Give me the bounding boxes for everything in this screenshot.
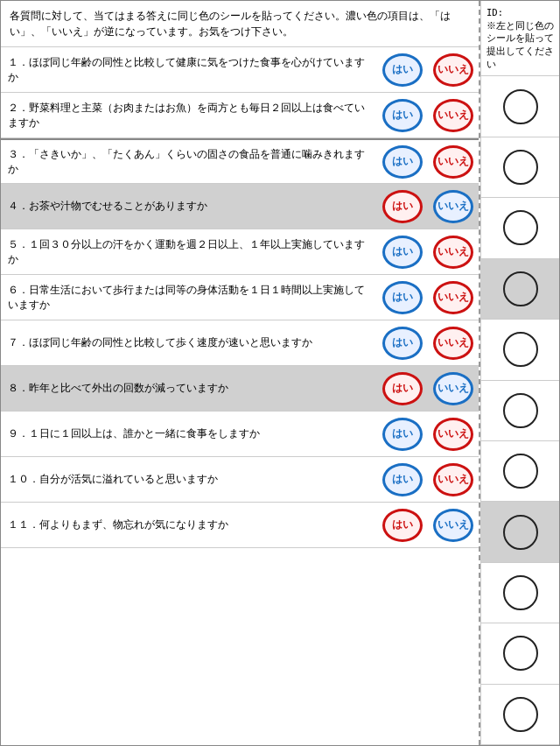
hai-cell: はい xyxy=(377,95,428,136)
question-cell: ４．お茶や汁物でむせることがありますか xyxy=(1,184,377,229)
instructions-text: 各質問に対して、当てはまる答えに同じ色のシールを貼ってください。濃い色の項目は、… xyxy=(10,10,451,38)
iie-cell: いいえ xyxy=(428,369,479,409)
question-row: １０．自分が活気に溢れていると思いますかはいいいえ xyxy=(1,457,479,503)
side-circle-row xyxy=(481,685,559,745)
side-circle xyxy=(503,271,538,306)
id-label: ID: xyxy=(486,6,554,19)
page: 各質問に対して、当てはまる答えに同じ色のシールを貼ってください。濃い色の項目は、… xyxy=(0,0,560,746)
side-header: ID: ※左と同じ色のシールを貼って提出してください xyxy=(481,1,559,76)
question-cell: １０．自分が活気に溢れていると思いますか xyxy=(1,457,377,502)
question-row: ７．ほぼ同じ年齢の同性と比較して歩く速度が速いと思いますかはいいいえ xyxy=(1,320,479,366)
hai-button[interactable]: はい xyxy=(382,99,423,132)
iie-cell: いいえ xyxy=(428,323,479,363)
side-panel: ID: ※左と同じ色のシールを貼って提出してください キリトリセン xyxy=(480,1,559,745)
hai-cell: はい xyxy=(377,278,428,318)
hai-button[interactable]: はい xyxy=(382,327,423,360)
hai-cell: はい xyxy=(377,505,428,545)
hai-button[interactable]: はい xyxy=(382,281,423,314)
main-content: 各質問に対して、当てはまる答えに同じ色のシールを貼ってください。濃い色の項目は、… xyxy=(1,1,480,745)
question-row: ８．昨年と比べて外出の回数が減っていますかはいいいえ xyxy=(1,366,479,412)
iie-button[interactable]: いいえ xyxy=(433,281,473,314)
side-circle xyxy=(503,636,538,671)
question-row: ２．野菜料理と主菜（お肉またはお魚）を両方とも毎日２回以上は食べていますかはいい… xyxy=(1,93,479,138)
side-circle-row xyxy=(481,441,559,502)
side-circle xyxy=(503,89,538,124)
question-row: ４．お茶や汁物でむせることがありますかはいいいえ xyxy=(1,184,479,229)
hai-cell: はい xyxy=(377,369,428,409)
side-circle-row xyxy=(481,137,559,198)
hai-button[interactable]: はい xyxy=(382,190,423,223)
instructions: 各質問に対して、当てはまる答えに同じ色のシールを貼ってください。濃い色の項目は、… xyxy=(1,1,479,47)
iie-cell: いいえ xyxy=(428,505,479,545)
answer-cells: はいいいえ xyxy=(377,275,479,320)
iie-button[interactable]: いいえ xyxy=(433,99,473,132)
question-row: ３．「さきいか」、「たくあん」くらいの固さの食品を普通に噛みきれますかはいいいえ xyxy=(1,138,479,184)
hai-cell: はい xyxy=(377,460,428,500)
iie-cell: いいえ xyxy=(428,278,479,318)
iie-button[interactable]: いいえ xyxy=(433,236,473,269)
hai-cell: はい xyxy=(377,232,428,272)
hai-button[interactable]: はい xyxy=(382,463,423,496)
answer-cells: はいいいえ xyxy=(377,412,479,456)
iie-cell: いいえ xyxy=(428,50,479,90)
question-cell: ７．ほぼ同じ年齢の同性と比較して歩く速度が速いと思いますか xyxy=(1,320,377,365)
hai-cell: はい xyxy=(377,186,428,227)
question-row: ９．１日に１回以上は、誰かと一緒に食事をしますかはいいいえ xyxy=(1,412,479,457)
answer-cells: はいいいえ xyxy=(377,229,479,274)
answer-cells: はいいいえ xyxy=(377,503,479,547)
hai-cell: はい xyxy=(377,323,428,363)
answer-cells: はいいいえ xyxy=(377,366,479,411)
side-circle-row xyxy=(481,623,559,684)
question-cell: １．ほぼ同じ年齢の同性と比較して健康に気をつけた食事を心がけていますか xyxy=(1,47,377,92)
iie-cell: いいえ xyxy=(428,414,479,454)
hai-button[interactable]: はい xyxy=(382,145,423,179)
iie-cell: いいえ xyxy=(428,142,479,182)
side-circle-row xyxy=(481,563,559,623)
iie-cell: いいえ xyxy=(428,232,479,272)
iie-button[interactable]: いいえ xyxy=(433,372,473,405)
hai-cell: はい xyxy=(377,142,428,182)
side-circles: キリトリセン xyxy=(481,76,559,745)
side-circle xyxy=(503,150,538,185)
question-cell: ８．昨年と比べて外出の回数が減っていますか xyxy=(1,366,377,411)
iie-button[interactable]: いいえ xyxy=(433,463,473,496)
side-circle-row xyxy=(481,381,559,441)
answer-cells: はいいいえ xyxy=(377,320,479,365)
side-circle-row xyxy=(481,198,559,258)
side-circle xyxy=(503,210,538,245)
question-cell: ５．１回３０分以上の汗をかく運動を週２日以上、１年以上実施していますか xyxy=(1,229,377,274)
question-row: ６．日常生活において歩行または同等の身体活動を１日１時間以上実施していますかはい… xyxy=(1,275,479,320)
iie-cell: いいえ xyxy=(428,186,479,227)
hai-button[interactable]: はい xyxy=(382,372,423,405)
answer-cells: はいいいえ xyxy=(377,47,479,92)
iie-button[interactable]: いいえ xyxy=(433,145,473,179)
side-circle-row xyxy=(481,320,559,380)
iie-cell: いいえ xyxy=(428,460,479,500)
side-circle xyxy=(503,332,538,367)
question-cell: ６．日常生活において歩行または同等の身体活動を１日１時間以上実施していますか xyxy=(1,275,377,320)
question-cell: ２．野菜料理と主菜（お肉またはお魚）を両方とも毎日２回以上は食べていますか xyxy=(1,93,377,137)
question-cell: ３．「さきいか」、「たくあん」くらいの固さの食品を普通に噛みきれますか xyxy=(1,140,377,183)
question-cell: １１．何よりもまず、物忘れが気になりますか xyxy=(1,503,377,547)
hai-button[interactable]: はい xyxy=(382,236,423,269)
answer-cells: はいいいえ xyxy=(377,93,479,137)
iie-button[interactable]: いいえ xyxy=(433,418,473,451)
hai-cell: はい xyxy=(377,50,428,90)
hai-button[interactable]: はい xyxy=(382,509,423,542)
iie-button[interactable]: いいえ xyxy=(433,190,473,223)
answer-cells: はいいいえ xyxy=(377,140,479,183)
iie-button[interactable]: いいえ xyxy=(433,327,473,360)
question-row: １１．何よりもまず、物忘れが気になりますかはいいいえ xyxy=(1,503,479,548)
side-note: ※左と同じ色のシールを貼って提出してください xyxy=(486,19,554,71)
side-circle-row xyxy=(481,259,559,320)
hai-cell: はい xyxy=(377,414,428,454)
iie-button[interactable]: いいえ xyxy=(433,509,473,542)
side-circle-row xyxy=(481,76,559,137)
question-row: １．ほぼ同じ年齢の同性と比較して健康に気をつけた食事を心がけていますかはいいいえ xyxy=(1,47,479,93)
question-row: ５．１回３０分以上の汗をかく運動を週２日以上、１年以上実施していますかはいいいえ xyxy=(1,229,479,275)
iie-button[interactable]: いいえ xyxy=(433,53,473,87)
hai-button[interactable]: はい xyxy=(382,418,423,451)
side-circle xyxy=(503,697,538,732)
questions-table: １．ほぼ同じ年齢の同性と比較して健康に気をつけた食事を心がけていますかはいいいえ… xyxy=(1,47,479,745)
hai-button[interactable]: はい xyxy=(382,53,423,87)
